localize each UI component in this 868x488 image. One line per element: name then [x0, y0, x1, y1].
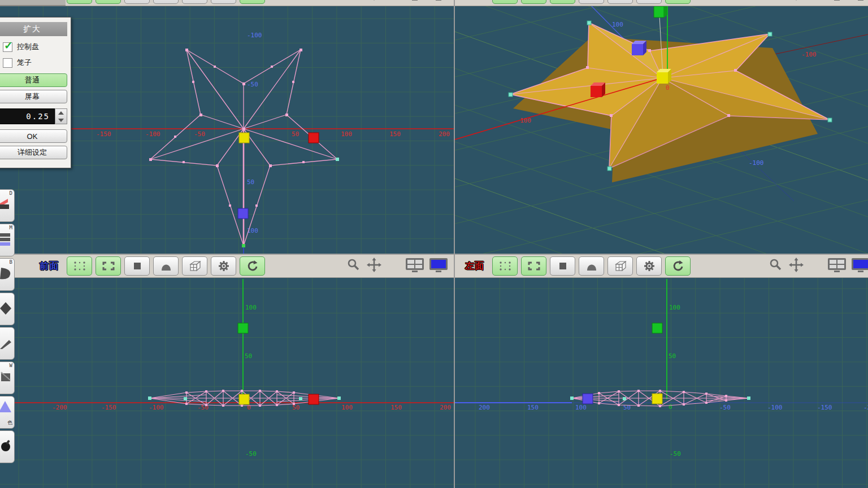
toggle-faces-button[interactable]: [550, 256, 575, 276]
quad-view-button[interactable]: [827, 0, 848, 3]
zoom-icon[interactable]: [346, 0, 361, 3]
view-settings-gear-button[interactable]: [211, 0, 236, 4]
scale-handle-center[interactable]: [239, 394, 249, 404]
checkbox-cage[interactable]: 笼子: [3, 58, 66, 68]
pan-icon[interactable]: [789, 258, 804, 274]
toggle-edges-button[interactable]: [96, 0, 121, 4]
rotate-view-button[interactable]: [240, 256, 265, 276]
toggle-patch-button[interactable]: [579, 256, 604, 276]
tool-button[interactable]: [0, 327, 15, 360]
mesh-vertices[interactable]: [149, 49, 313, 207]
view-settings-gear-button[interactable]: [636, 0, 662, 4]
scale-handle-center[interactable]: [239, 133, 249, 143]
viewport-left-view[interactable]: 左面 20015010050-50-100-150-200 100500-: [455, 255, 868, 488]
toggle-vertices-button[interactable]: [67, 0, 92, 4]
toggle-vertices-button[interactable]: [492, 0, 518, 4]
rotate-view-button[interactable]: [240, 0, 265, 4]
mode-screen-button[interactable]: 屏幕: [0, 90, 67, 103]
pan-icon[interactable]: [367, 258, 381, 274]
pan-icon[interactable]: [789, 0, 804, 3]
scale-handle-center[interactable]: [652, 394, 662, 404]
spinner-down-icon[interactable]: [55, 116, 67, 124]
toggle-faces-button[interactable]: [124, 0, 150, 4]
checkbox-controller[interactable]: ✓ 控制盘: [3, 42, 66, 52]
view-settings-gear-button[interactable]: [636, 256, 662, 276]
quad-view-button[interactable]: [405, 258, 426, 275]
star-solid[interactable]: [510, 23, 830, 182]
toggle-cube-button[interactable]: [182, 256, 207, 276]
checkbox-icon[interactable]: ✓: [3, 42, 12, 52]
checkbox-label: 控制盘: [17, 42, 39, 52]
zoom-icon[interactable]: [769, 0, 783, 3]
scale-dialog[interactable]: 扩大 ✓ 控制盘 笼子 普通 屏幕 0.25 OK 详细设定: [0, 17, 71, 168]
svg-text:-100: -100: [749, 159, 764, 167]
toggle-edges-button[interactable]: [521, 0, 546, 4]
svg-text:100: 100: [575, 404, 587, 411]
viewport-toolbar: 左面: [455, 255, 868, 278]
checkbox-icon[interactable]: [3, 58, 12, 68]
pan-icon[interactable]: [367, 0, 381, 3]
toggle-cube-button[interactable]: [607, 0, 633, 4]
left-view-canvas[interactable]: 20015010050-50-100-150-200 100500-50: [455, 278, 868, 488]
single-view-button[interactable]: [429, 0, 449, 3]
quad-view-button[interactable]: [827, 258, 848, 275]
toggle-cube-button[interactable]: [607, 256, 633, 276]
toggle-faces-button[interactable]: [124, 256, 150, 276]
quad-view-button[interactable]: [405, 0, 426, 3]
zoom-icon[interactable]: [769, 258, 783, 274]
svg-text:-200: -200: [52, 404, 67, 411]
selected-vertex-green[interactable]: [242, 244, 245, 247]
dialog-title[interactable]: 扩大: [0, 22, 67, 36]
tool-button[interactable]: M: [0, 224, 15, 256]
viewport-front-view[interactable]: 前面 -200-150-100-50050100150200 10050-50: [0, 255, 454, 488]
scale-handle-z[interactable]: [583, 394, 593, 404]
scale-value-input[interactable]: 0.25: [0, 108, 55, 124]
tool-button[interactable]: B: [0, 258, 15, 291]
svg-text:100: 100: [245, 304, 257, 311]
rotate-view-button[interactable]: [665, 256, 691, 276]
svg-text:150: 150: [389, 130, 401, 138]
toggle-vertices-button[interactable]: [67, 256, 92, 276]
toggle-patch-button[interactable]: [153, 0, 179, 4]
tool-button[interactable]: W: [0, 361, 15, 394]
single-view-button[interactable]: [851, 258, 868, 275]
viewport-perspective[interactable]: 透视: [455, 0, 868, 254]
mode-normal-button[interactable]: 普通: [0, 73, 67, 87]
toggle-faces-button[interactable]: [550, 0, 575, 4]
selected-vertex-cyan[interactable]: [336, 158, 339, 161]
scale-handle-y[interactable]: [652, 323, 662, 333]
tool-button[interactable]: [0, 293, 15, 325]
single-view-button[interactable]: [429, 258, 449, 275]
value-spinner[interactable]: [55, 108, 67, 124]
rotate-view-button[interactable]: [665, 0, 691, 4]
tool-button[interactable]: 色: [0, 396, 15, 429]
scale-handle-z[interactable]: [632, 41, 646, 55]
toggle-patch-button[interactable]: [579, 0, 604, 4]
perspective-canvas[interactable]: 1000-100100-100: [455, 6, 868, 254]
toggle-edges-button[interactable]: [96, 256, 121, 276]
tool-button[interactable]: [0, 430, 15, 463]
grid: [0, 278, 454, 488]
tool-button[interactable]: D: [0, 189, 15, 222]
scale-handle-x[interactable]: [309, 133, 319, 143]
spinner-up-icon[interactable]: [55, 109, 67, 116]
single-view-button[interactable]: [851, 0, 868, 3]
scale-handle-z[interactable]: [238, 208, 248, 219]
toggle-edges-button[interactable]: [521, 256, 546, 276]
scale-handle-y[interactable]: [238, 323, 248, 333]
toggle-patch-button[interactable]: [153, 256, 179, 276]
toggle-vertices-button[interactable]: [492, 256, 518, 276]
ok-button[interactable]: OK: [0, 129, 67, 143]
detail-settings-button[interactable]: 详细设定: [0, 146, 67, 159]
scale-handle-x[interactable]: [591, 82, 605, 97]
viewport-toolbar: 上面: [0, 0, 454, 6]
scale-handle-y[interactable]: [654, 6, 667, 18]
toggle-cube-button[interactable]: [182, 0, 207, 4]
svg-text:100: 100: [341, 404, 353, 411]
view-settings-gear-button[interactable]: [211, 256, 236, 276]
viewport-label: 左面: [465, 260, 484, 272]
scale-handle-x[interactable]: [309, 394, 319, 404]
zoom-icon[interactable]: [346, 258, 361, 274]
front-view-canvas[interactable]: -200-150-100-50050100150200 10050-50: [0, 278, 454, 488]
scale-handle-center[interactable]: [657, 69, 671, 84]
